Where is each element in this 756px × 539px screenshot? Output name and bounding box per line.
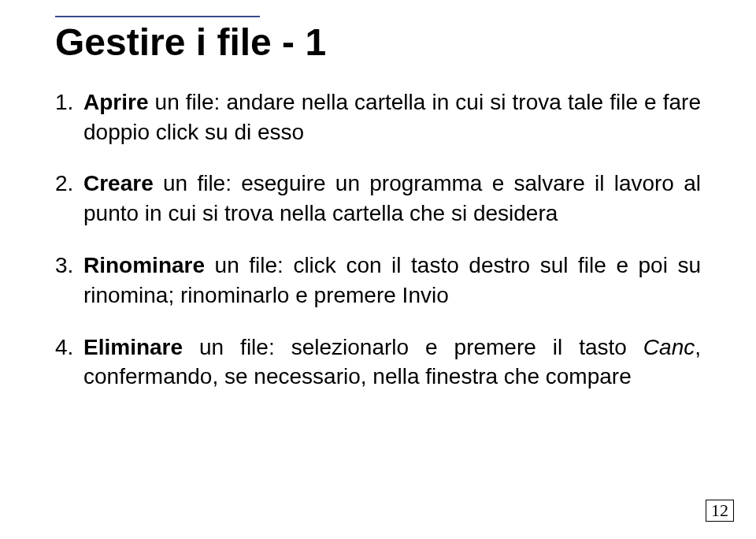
item-italic: Canc (643, 335, 695, 359)
instruction-list: Aprire un file: andare nella cartella in… (55, 87, 701, 392)
list-item: Creare un file: eseguire un programma e … (83, 169, 701, 229)
slide-page: Gestire i file - 1 Aprire un file: andar… (0, 0, 756, 539)
item-lead: Aprire (83, 90, 148, 114)
page-title: Gestire i file - 1 (55, 22, 701, 64)
item-lead: Creare (83, 171, 154, 195)
item-text: un file: selezionarlo e premere il tasto (183, 335, 643, 359)
item-text: un file: eseguire un programma e salvare… (83, 171, 701, 225)
header-rule (55, 16, 260, 17)
page-number: 12 (706, 500, 734, 522)
list-item: Rinominare un file: click con il tasto d… (83, 251, 701, 310)
item-text: un file: andare nella cartella in cui si… (83, 90, 701, 144)
list-item: Eliminare un file: selezionarlo e premer… (83, 333, 701, 392)
item-lead: Rinominare (83, 253, 205, 277)
list-item: Aprire un file: andare nella cartella in… (83, 87, 701, 147)
item-lead: Eliminare (83, 335, 183, 359)
